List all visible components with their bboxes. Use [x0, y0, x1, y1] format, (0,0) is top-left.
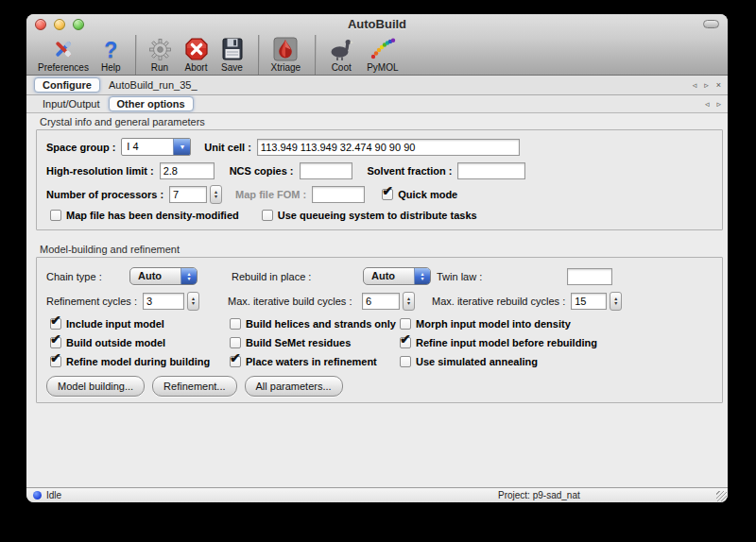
checkbox-label: Build SeMet residues	[246, 337, 351, 348]
build-outside-model-checkbox[interactable]: ✔ Build outside model	[50, 337, 230, 348]
place-waters-checkbox[interactable]: ✔ Place waters in refinement	[230, 356, 400, 367]
save-button[interactable]: Save	[221, 36, 244, 75]
quick-mode-label: Quick mode	[398, 189, 457, 200]
status-bar: Idle Project: p9-sad_nat	[26, 487, 728, 502]
tab-back-icon[interactable]: ◃	[693, 80, 697, 90]
stepper-down-icon[interactable]: ▾	[407, 301, 410, 306]
checkbox-box[interactable]: ✔	[230, 318, 241, 330]
toolbar-toggle-button[interactable]	[703, 20, 719, 28]
queueing-checkbox[interactable]: ✔ Use queueing system to distribute task…	[262, 210, 477, 221]
ncs-copies-field[interactable]	[300, 162, 352, 179]
space-group-combo[interactable]: I 4 ▼	[121, 138, 191, 156]
num-processors-field[interactable]	[169, 186, 207, 203]
map-fom-label: Map file FOM :	[235, 189, 306, 200]
zoom-window-button[interactable]	[73, 19, 84, 30]
num-processors-stepper[interactable]: ▴ ▾	[210, 185, 222, 204]
high-res-label: High-resolution limit :	[46, 165, 154, 177]
checkbox-label: Refine input model before rebuilding	[416, 337, 597, 348]
max-rebuild-cycles-stepper[interactable]: ▴ ▾	[610, 292, 622, 311]
solvent-fraction-field[interactable]	[457, 162, 525, 179]
xtriage-button[interactable]: Xtriage	[271, 36, 301, 75]
tab-configure[interactable]: Configure	[34, 77, 100, 93]
check-icon: ✔	[50, 331, 61, 347]
tab-other-options[interactable]: Other options	[109, 96, 194, 111]
model-group-box: Chain type : Auto ▴▾ Rebuild in place : …	[36, 257, 723, 403]
morph-model-checkbox[interactable]: ✔ Morph input model into density	[400, 318, 571, 330]
checkbox-label: Morph input model into density	[416, 318, 571, 330]
coot-bird-icon	[328, 36, 354, 61]
checkbox-box[interactable]: ✔	[262, 210, 273, 221]
refinement-cycles-stepper[interactable]: ▴ ▾	[187, 292, 199, 311]
toolbar-item-label: Help	[101, 62, 121, 73]
abort-button[interactable]: Abort	[184, 36, 209, 75]
tab-forward-icon[interactable]: ▹	[704, 80, 709, 90]
page-back-icon[interactable]: ◃	[705, 99, 710, 109]
density-modified-checkbox[interactable]: ✔ Map file has been density-modified	[50, 210, 239, 221]
simulated-annealing-checkbox[interactable]: ✔ Use simulated annealing	[400, 356, 538, 367]
window-title: AutoBuild	[26, 14, 728, 35]
status-text: Idle	[46, 490, 61, 500]
checkbox-box[interactable]: ✔	[50, 210, 61, 221]
run-button[interactable]: Run	[148, 36, 172, 75]
checkbox-box[interactable]: ✔	[400, 318, 411, 330]
model-building-button[interactable]: Model building...	[46, 376, 145, 397]
resize-grip[interactable]	[716, 491, 727, 501]
checkbox-box[interactable]: ✔	[230, 356, 241, 367]
toolbar-item-label: PyMOL	[367, 62, 398, 73]
checkbox-box[interactable]: ✔	[230, 337, 241, 348]
chain-type-popup[interactable]: Auto ▴▾	[129, 267, 198, 285]
popup-arrows-icon[interactable]: ▴▾	[414, 268, 430, 284]
preferences-icon	[51, 36, 76, 61]
project-label: Project: p9-sad_nat	[498, 490, 580, 500]
toolbar-separator	[315, 35, 317, 75]
toolbar-item-label: Abort	[185, 62, 208, 73]
checkbox-box[interactable]: ✔	[382, 189, 393, 200]
popup-arrows-icon[interactable]: ▴▾	[180, 268, 197, 284]
checkbox-label: Build outside model	[66, 337, 165, 348]
solvent-fraction-label: Solvent fraction :	[368, 165, 453, 177]
checkbox-box[interactable]: ✔	[400, 356, 411, 367]
refine-during-building-checkbox[interactable]: ✔ Refine model during building	[50, 356, 230, 367]
stepper-down-icon[interactable]: ▾	[215, 195, 217, 199]
tab-input-output[interactable]: Input/Output	[34, 96, 109, 111]
tab-autobuild-run[interactable]: AutoBuild_run_35_	[100, 77, 206, 93]
max-rebuild-cycles-field[interactable]	[571, 293, 607, 310]
stepper-down-icon[interactable]: ▾	[614, 301, 617, 306]
rebuild-in-place-value: Auto	[364, 268, 414, 284]
build-helices-checkbox[interactable]: ✔ Build helices and strands only	[230, 318, 400, 330]
refinement-button[interactable]: Refinement...	[152, 376, 236, 397]
checkbox-box[interactable]: ✔	[400, 337, 411, 348]
checkbox-box[interactable]: ✔	[50, 356, 61, 367]
stepper-down-icon[interactable]: ▾	[192, 301, 195, 306]
page-forward-icon[interactable]: ▹	[716, 99, 721, 109]
refine-before-rebuild-checkbox[interactable]: ✔ Refine input model before rebuilding	[400, 337, 597, 348]
pymol-button[interactable]: PyMOL	[367, 36, 398, 75]
build-semet-checkbox[interactable]: ✔ Build SeMet residues	[230, 337, 400, 348]
rebuild-in-place-popup[interactable]: Auto ▴▾	[363, 267, 431, 285]
chevron-down-icon[interactable]: ▼	[173, 139, 190, 155]
refinement-cycles-field[interactable]	[143, 293, 184, 310]
twin-law-field[interactable]	[567, 268, 612, 285]
help-button[interactable]: ? Help	[101, 36, 121, 75]
max-build-cycles-stepper[interactable]: ▴ ▾	[403, 292, 415, 311]
quick-mode-checkbox[interactable]: ✔ Quick mode	[382, 189, 457, 200]
checkbox-box[interactable]: ✔	[50, 318, 61, 330]
titlebar[interactable]: AutoBuild	[26, 14, 728, 35]
map-fom-field[interactable]	[312, 186, 365, 203]
rebuild-in-place-label: Rebuild in place :	[232, 271, 363, 282]
max-build-cycles-field[interactable]	[362, 293, 400, 310]
all-parameters-button[interactable]: All parameters...	[245, 376, 343, 397]
unit-cell-field[interactable]	[257, 139, 520, 156]
high-res-field[interactable]	[160, 162, 215, 179]
num-processors-label: Number of processors :	[46, 189, 163, 200]
coot-button[interactable]: Coot	[328, 36, 354, 75]
checkbox-box[interactable]: ✔	[50, 337, 61, 348]
check-icon: ✔	[230, 350, 241, 365]
minimize-window-button[interactable]	[54, 19, 65, 30]
include-input-model-checkbox[interactable]: ✔ Include input model	[50, 318, 230, 330]
checkbox-label: Place waters in refinement	[246, 356, 377, 367]
preferences-button[interactable]: Preferences	[38, 36, 89, 75]
tab-nav-controls: ◃ ▹ ×	[693, 76, 721, 94]
tab-close-icon[interactable]: ×	[716, 80, 721, 90]
close-window-button[interactable]	[35, 19, 46, 30]
